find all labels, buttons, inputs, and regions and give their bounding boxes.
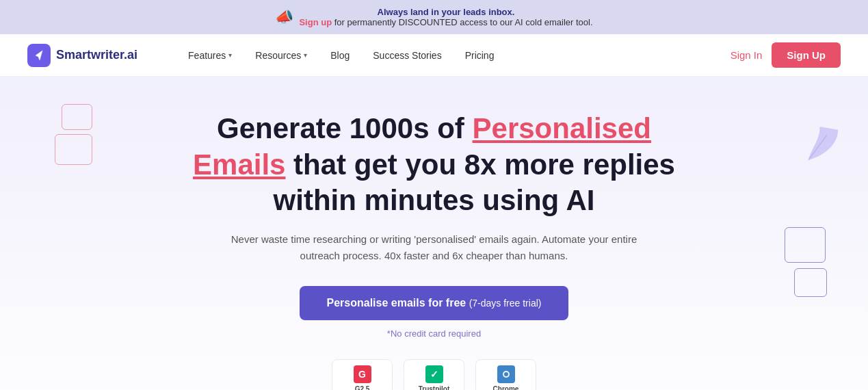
deco-square (55, 134, 92, 165)
rating-card-g2: G G2 5Rating ★ ★ ★ ★ ★ 2022 (332, 359, 393, 391)
g2-label: G2 5Rating (352, 385, 373, 391)
nav-blog[interactable]: Blog (321, 46, 359, 65)
sign-up-button[interactable]: Sign Up (772, 42, 841, 68)
banner-text: Always land in your leads inbox. Sign up… (299, 7, 592, 27)
logo[interactable]: Smartwriter.ai (27, 44, 137, 67)
banner-signup-link[interactable]: Sign up (299, 17, 332, 27)
hero-section: Generate 1000s of Personalised Emails th… (0, 77, 868, 390)
rating-card-trustpilot: ✓ TrustpilotRating ★ ★ ★ ★ ★ 2022 (404, 359, 464, 391)
deco-square (785, 227, 826, 263)
no-credit-text: *No credit card required (387, 328, 481, 339)
decorative-squares-left (55, 104, 92, 165)
chevron-down-icon: ▾ (304, 51, 307, 59)
chrome-label: ChromeStore (493, 385, 519, 391)
trustpilot-logo: ✓ (425, 365, 443, 383)
ratings-row: G G2 5Rating ★ ★ ★ ★ ★ 2022 ✓ Trustpilot… (332, 359, 536, 391)
nav-links: Features ▾ Resources ▾ Blog Success Stor… (179, 46, 731, 65)
logo-text: Smartwriter.ai (56, 48, 137, 62)
svg-point-4 (504, 372, 508, 376)
feather-icon (788, 113, 845, 179)
nav-features[interactable]: Features ▾ (179, 46, 241, 65)
nav-resources[interactable]: Resources ▾ (246, 46, 317, 65)
deco-square (62, 104, 92, 130)
nav-success-stories[interactable]: Success Stories (363, 46, 451, 65)
g2-logo: G (354, 365, 371, 383)
nav-pricing[interactable]: Pricing (456, 46, 504, 65)
announcement-banner: 📣 Always land in your leads inbox. Sign … (0, 0, 868, 34)
feather-icon (765, 385, 806, 390)
chrome-logo (497, 365, 515, 383)
megaphone-icon: 📣 (275, 8, 293, 26)
sign-in-button[interactable]: Sign In (731, 49, 763, 61)
logo-icon (27, 44, 51, 67)
deco-square (794, 268, 827, 297)
feather-icon (68, 387, 114, 390)
chevron-down-icon: ▾ (228, 51, 232, 59)
trustpilot-label: TrustpilotRating (419, 385, 450, 391)
rating-card-chrome: ChromeStore ★ ★ ★ ★ ★ 2022 (475, 359, 536, 391)
hero-subtitle: Never waste time researching or writing … (229, 231, 640, 264)
main-nav: Smartwriter.ai Features ▾ Resources ▾ Bl… (0, 34, 868, 77)
decorative-squares-right (785, 227, 827, 297)
nav-actions: Sign In Sign Up (731, 42, 841, 68)
cta-button[interactable]: Personalise emails for free (7-days free… (300, 286, 569, 320)
hero-title: Generate 1000s of Personalised Emails th… (174, 111, 694, 219)
